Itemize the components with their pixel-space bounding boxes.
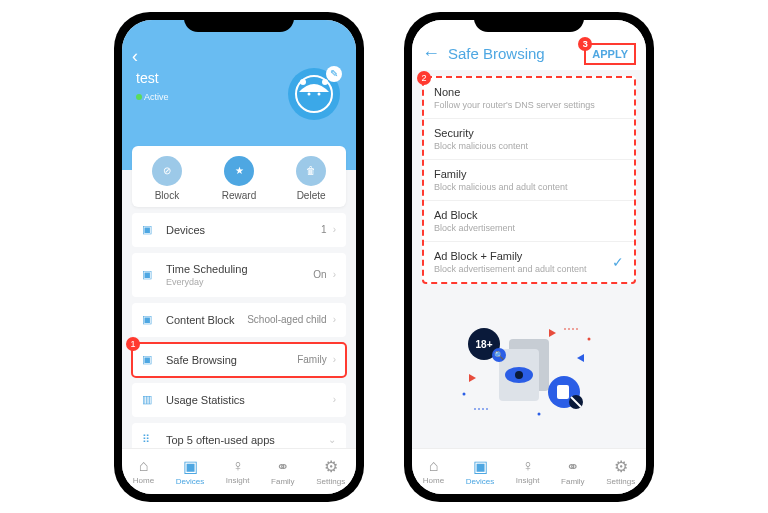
family-icon: ⚭: [561, 457, 585, 476]
svg-marker-17: [469, 374, 476, 382]
tab-settings[interactable]: ⚙Settings: [316, 457, 345, 486]
clock-icon: ▣: [142, 268, 156, 282]
illustration: 18+ 🔍: [412, 290, 646, 448]
svg-marker-19: [549, 329, 556, 337]
home-icon: ⌂: [133, 457, 154, 475]
back-icon[interactable]: ‹: [132, 46, 138, 67]
apply-button[interactable]: 3 APPLY: [584, 43, 636, 65]
tab-family[interactable]: ⚭Family: [561, 457, 585, 486]
settings-list: ▣ Devices 1 › ▣ Time SchedulingEveryday …: [122, 213, 356, 448]
left-screen: ‹ test Active ✎ ⊘Block ★Reward 🗑Delete ▣…: [122, 20, 356, 494]
step-badge-1: 1: [126, 337, 140, 351]
block-icon: ⊘: [152, 156, 182, 186]
right-screen: ← Safe Browsing 3 APPLY 2 None Follow yo…: [412, 20, 646, 494]
chevron-right-icon: ›: [333, 269, 336, 280]
chevron-right-icon: ›: [333, 394, 336, 405]
svg-point-8: [515, 371, 523, 379]
option-security[interactable]: Security Block malicious content: [424, 119, 634, 160]
apps-icon: ⠿: [142, 433, 156, 447]
chevron-down-icon: ⌄: [328, 434, 336, 445]
chevron-right-icon: ›: [333, 314, 336, 325]
tab-home[interactable]: ⌂Home: [133, 457, 154, 485]
svg-point-2: [318, 92, 321, 95]
tab-insight[interactable]: ♀Insight: [226, 457, 250, 485]
tab-settings[interactable]: ⚙Settings: [606, 457, 635, 486]
usage-statistics-row[interactable]: ▥ Usage Statistics ›: [132, 383, 346, 417]
chevron-right-icon: ›: [333, 224, 336, 235]
svg-point-22: [538, 412, 541, 415]
family-icon: ⚭: [271, 457, 295, 476]
tab-bar: ⌂Home ▣Devices ♀Insight ⚭Family ⚙Setting…: [412, 448, 646, 494]
step-badge-3: 3: [578, 37, 592, 51]
bulb-icon: ♀: [516, 457, 540, 475]
chart-icon: ▥: [142, 393, 156, 407]
svg-marker-18: [577, 354, 584, 362]
check-icon: ✓: [612, 254, 624, 270]
svg-point-3: [300, 79, 306, 85]
delete-button[interactable]: 🗑Delete: [296, 156, 326, 201]
tab-insight[interactable]: ♀Insight: [516, 457, 540, 485]
safe-browsing-row[interactable]: 1 ▣ Safe Browsing Family ›: [132, 343, 346, 377]
option-adblock[interactable]: Ad Block Block advertisement: [424, 201, 634, 242]
star-icon: ★: [224, 156, 254, 186]
svg-point-21: [588, 337, 591, 340]
devices-tab-icon: ▣: [176, 457, 204, 476]
safe-browsing-illustration-icon: 18+ 🔍: [454, 314, 604, 424]
status-dot-icon: [136, 94, 142, 100]
step-badge-2: 2: [417, 71, 431, 85]
svg-point-1: [308, 92, 311, 95]
block-button[interactable]: ⊘Block: [152, 156, 182, 201]
svg-rect-14: [557, 385, 569, 399]
notch: [474, 12, 584, 32]
time-scheduling-row[interactable]: ▣ Time SchedulingEveryday On ›: [132, 253, 346, 297]
home-icon: ⌂: [423, 457, 444, 475]
devices-icon: ▣: [142, 223, 156, 237]
action-bar: ⊘Block ★Reward 🗑Delete: [132, 146, 346, 207]
edit-icon[interactable]: ✎: [326, 66, 342, 82]
tab-devices[interactable]: ▣Devices: [176, 457, 204, 486]
chevron-right-icon: ›: [333, 354, 336, 365]
option-adblock-family[interactable]: Ad Block + Family Block advertisement an…: [424, 242, 634, 282]
avatar[interactable]: ✎: [288, 68, 340, 120]
left-phone: ‹ test Active ✎ ⊘Block ★Reward 🗑Delete ▣…: [114, 12, 364, 502]
svg-text:18+: 18+: [476, 339, 493, 350]
safe-icon: ▣: [142, 353, 156, 367]
gear-icon: ⚙: [316, 457, 345, 476]
tab-devices[interactable]: ▣Devices: [466, 457, 494, 486]
devices-tab-icon: ▣: [466, 457, 494, 476]
tab-home[interactable]: ⌂Home: [423, 457, 444, 485]
content-icon: ▣: [142, 313, 156, 327]
page-title: Safe Browsing: [448, 45, 584, 62]
tab-bar: ⌂Home ▣Devices ♀Insight ⚭Family ⚙Setting…: [122, 448, 356, 494]
svg-text:🔍: 🔍: [494, 350, 504, 360]
trash-icon: 🗑: [296, 156, 326, 186]
reward-button[interactable]: ★Reward: [222, 156, 256, 201]
tab-family[interactable]: ⚭Family: [271, 457, 295, 486]
right-phone: ← Safe Browsing 3 APPLY 2 None Follow yo…: [404, 12, 654, 502]
back-icon[interactable]: ←: [422, 43, 440, 64]
options-list: 2 None Follow your router's DNS server s…: [422, 76, 636, 284]
option-family[interactable]: Family Block malicious and adult content: [424, 160, 634, 201]
option-none[interactable]: None Follow your router's DNS server set…: [424, 78, 634, 119]
top-apps-row[interactable]: ⠿ Top 5 often-used apps ⌄: [132, 423, 346, 448]
devices-row[interactable]: ▣ Devices 1 ›: [132, 213, 346, 247]
notch: [184, 12, 294, 32]
content-block-row[interactable]: ▣ Content Block School-aged child ›: [132, 303, 346, 337]
bulb-icon: ♀: [226, 457, 250, 475]
svg-point-20: [463, 392, 466, 395]
gear-icon: ⚙: [606, 457, 635, 476]
